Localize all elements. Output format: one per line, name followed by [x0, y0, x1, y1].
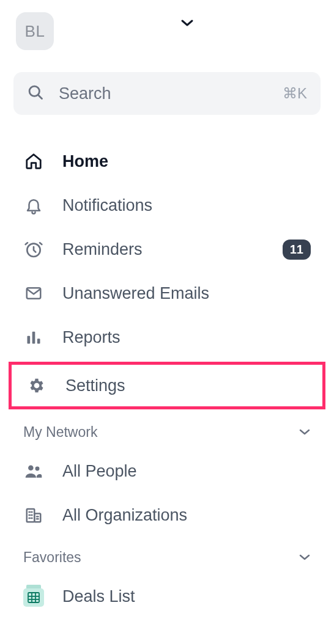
nav-unanswered-emails[interactable]: Unanswered Emails: [13, 271, 321, 315]
chevron-down-icon: [299, 427, 311, 438]
nav-label: Home: [62, 152, 311, 171]
building-icon: [23, 505, 44, 525]
section-title: My Network: [23, 424, 97, 441]
settings-highlight: Settings: [9, 362, 325, 409]
mail-icon: [23, 283, 44, 304]
chevron-down-icon: [180, 18, 194, 27]
people-icon: [23, 461, 44, 481]
nav-reports[interactable]: Reports: [13, 315, 321, 359]
section-my-network[interactable]: My Network: [13, 412, 321, 449]
svg-rect-10: [34, 514, 40, 522]
gear-icon: [26, 375, 47, 396]
section-favorites[interactable]: Favorites: [13, 537, 321, 574]
nav-label: Deals List: [62, 587, 311, 606]
nav-home[interactable]: Home: [13, 139, 321, 183]
svg-point-7: [28, 465, 34, 470]
svg-rect-5: [32, 332, 35, 344]
avatar-initials: BL: [25, 22, 45, 41]
svg-rect-9: [27, 509, 35, 522]
svg-rect-4: [28, 336, 31, 344]
nav-deals-list[interactable]: Deals List: [13, 574, 321, 618]
nav-all-people[interactable]: All People: [13, 449, 321, 493]
search-icon: [27, 84, 44, 103]
workspace-switch-button[interactable]: [54, 18, 321, 27]
header: BL: [13, 12, 321, 50]
spreadsheet-icon: [23, 586, 44, 607]
chevron-down-icon: [299, 552, 311, 563]
bell-icon: [23, 195, 44, 216]
nav-label: All People: [62, 462, 311, 481]
nav-notifications[interactable]: Notifications: [13, 183, 321, 227]
reminders-badge: 11: [283, 240, 311, 260]
nav-settings[interactable]: Settings: [14, 365, 320, 406]
nav-label: Unanswered Emails: [62, 284, 311, 303]
primary-nav: Home Notifications Reminders 11 Unanswer…: [13, 139, 321, 618]
nav-label: Notifications: [62, 196, 311, 215]
nav-label: Settings: [65, 376, 308, 395]
nav-label: All Organizations: [62, 506, 311, 525]
avatar[interactable]: BL: [16, 12, 54, 50]
search-shortcut: ⌘K: [283, 85, 307, 102]
nav-label: Reports: [62, 328, 311, 347]
search-placeholder: Search: [59, 84, 283, 103]
nav-reminders[interactable]: Reminders 11: [13, 227, 321, 271]
svg-rect-6: [37, 338, 40, 343]
alarm-icon: [23, 239, 44, 260]
search-input[interactable]: Search ⌘K: [13, 72, 321, 115]
svg-line-1: [38, 95, 42, 98]
home-icon: [23, 151, 44, 172]
section-title: Favorites: [23, 549, 81, 566]
svg-point-8: [35, 467, 40, 471]
nav-label: Reminders: [62, 240, 283, 259]
svg-rect-19: [28, 593, 39, 602]
chart-icon: [23, 327, 44, 348]
nav-all-organizations[interactable]: All Organizations: [13, 493, 321, 537]
